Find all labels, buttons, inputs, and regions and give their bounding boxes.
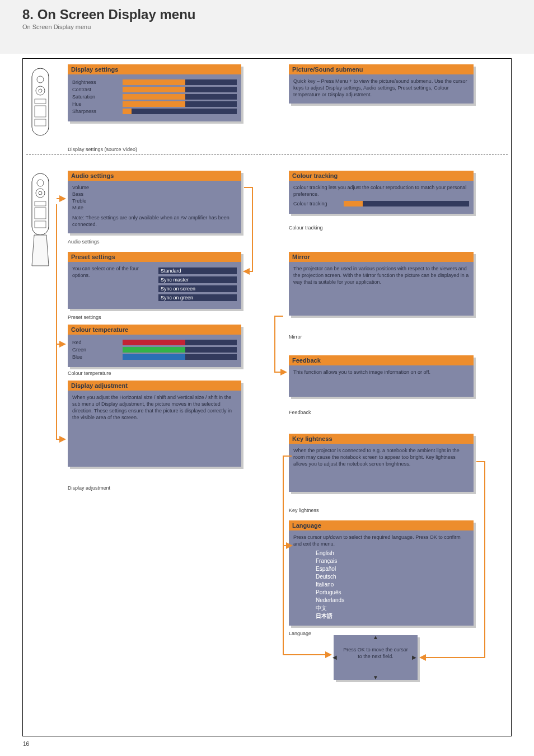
page-number: 16 (23, 741, 29, 747)
caption: Colour tracking (289, 225, 323, 231)
panel-title: Language (289, 520, 474, 530)
option: Sync master (158, 276, 237, 283)
panel-title: Picture/Sound submenu (289, 64, 474, 74)
display-adjustment-panel: Display adjustment When you adjust the H… (68, 381, 241, 467)
caption: Display settings (source Video) (68, 147, 137, 152)
panel-title: Colour temperature (68, 325, 241, 335)
panel-title: Key lightness (289, 434, 474, 444)
slider-row: Colour tracking (293, 201, 469, 206)
remote-control-icon (26, 65, 54, 152)
caption: Language (289, 631, 311, 636)
slider-row: Hue (72, 101, 237, 107)
panel-title: Preset settings (68, 252, 241, 262)
page-subtitle: On Screen Display menu (22, 24, 512, 30)
audio-settings-panel: Audio settings Volume Bass Treble Mute N… (68, 171, 241, 233)
caption: Colour temperature (68, 370, 111, 376)
caption: Preset settings (68, 314, 101, 320)
colour-temperature-panel: Colour temperature Red Green Blue (68, 325, 241, 367)
arrow-up-icon: ▲ (373, 634, 380, 641)
divider (26, 154, 508, 154)
caption: Feedback (289, 410, 311, 415)
colour-tracking-panel: Colour tracking Colour tracking lets you… (289, 171, 474, 214)
option: Sync on green (158, 294, 237, 301)
option: Sync on screen (158, 285, 237, 292)
panel-title: Display settings (68, 64, 241, 74)
panel-text: The projector can be used in various pos… (289, 262, 474, 316)
caption: Mirror (289, 334, 302, 340)
page-content: Display settings Brightness Contrast Sat… (22, 58, 512, 736)
arrow-down-icon: ▼ (373, 674, 380, 681)
key-lightness-panel: Key lightness When the projector is conn… (289, 434, 474, 492)
remote-control-with-flap-icon (26, 171, 54, 285)
panel-title: Mirror (289, 252, 474, 262)
page-title: 8. On Screen Display menu (22, 7, 512, 22)
top-banner: 8. On Screen Display menu On Screen Disp… (0, 0, 534, 54)
svg-rect-0 (32, 68, 49, 135)
slider-row: Red (72, 340, 237, 345)
panel-text: This function allows you to switch image… (289, 365, 474, 397)
slider-row: Green (72, 347, 237, 353)
slider-row: Sharpness (72, 109, 237, 114)
panel-title: Display adjustment (68, 381, 241, 391)
panel-title: Feedback (289, 355, 474, 365)
language-list: English Français Español Deutsch Italian… (316, 550, 469, 620)
arrow-right-icon: ▶ (412, 654, 419, 661)
slider-row: Brightness (72, 79, 237, 85)
cursor-nav-box: ▲ ▼ ◀ ▶ Press OK to move the cursor to t… (334, 635, 418, 680)
caption: Display adjustment (68, 485, 110, 491)
slider-row: Contrast (72, 87, 237, 92)
panel-title: Audio settings (68, 171, 241, 181)
slider-row: Blue (72, 354, 237, 360)
svg-rect-7 (32, 173, 49, 235)
panel-text: Quick key – Press Menu + to view the pic… (289, 74, 474, 104)
language-panel: Language Press cursor up/down to select … (289, 520, 474, 626)
preset-settings-panel: Preset settings You can select one of th… (68, 252, 241, 309)
arrow-left-icon: ◀ (332, 654, 339, 661)
caption: Audio settings (68, 239, 100, 245)
slider-row: Saturation (72, 94, 237, 100)
picture-sound-panel: Picture/Sound submenu Quick key – Press … (289, 64, 474, 104)
panel-text: When the projector is connected to e.g. … (289, 444, 474, 492)
option: Standard (158, 267, 237, 274)
caption: Key lightness (289, 508, 319, 513)
panel-title: Colour tracking (289, 171, 474, 181)
panel-text: When you adjust the Horizontal size / sh… (68, 391, 241, 467)
feedback-panel: Feedback This function allows you to swi… (289, 355, 474, 397)
mirror-panel: Mirror The projector can be used in vari… (289, 252, 474, 316)
display-settings-panel: Display settings Brightness Contrast Sat… (68, 64, 241, 121)
